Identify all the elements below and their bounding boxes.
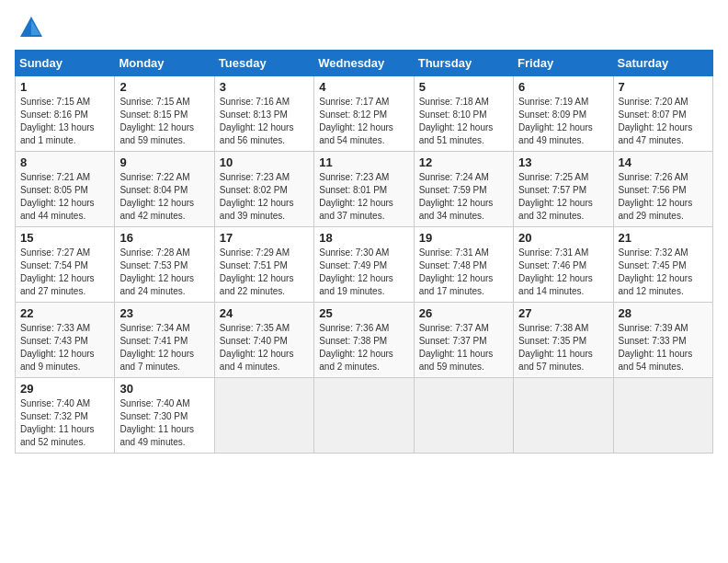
day-info: Sunrise: 7:15 AM Sunset: 8:15 PM Dayligh… [119,96,209,147]
day-info: Sunrise: 7:37 AM Sunset: 7:37 PM Dayligh… [419,322,508,373]
day-info: Sunrise: 7:16 AM Sunset: 8:13 PM Dayligh… [220,96,309,147]
day-number: 29 [20,382,109,396]
calendar-cell: 7Sunrise: 7:20 AM Sunset: 8:07 PM Daylig… [613,76,712,152]
day-info: Sunrise: 7:17 AM Sunset: 8:12 PM Dayligh… [319,96,408,147]
calendar-cell: 6Sunrise: 7:19 AM Sunset: 8:09 PM Daylig… [514,76,613,152]
calendar-cell: 13Sunrise: 7:25 AM Sunset: 7:57 PM Dayli… [514,152,613,227]
calendar-cell: 5Sunrise: 7:18 AM Sunset: 8:10 PM Daylig… [414,76,513,152]
calendar-cell: 16Sunrise: 7:28 AM Sunset: 7:53 PM Dayli… [115,227,214,303]
calendar-cell: 30Sunrise: 7:40 AM Sunset: 7:30 PM Dayli… [115,378,214,454]
day-number: 21 [619,231,708,245]
day-info: Sunrise: 7:31 AM Sunset: 7:48 PM Dayligh… [419,247,508,298]
day-info: Sunrise: 7:21 AM Sunset: 8:05 PM Dayligh… [20,171,109,223]
day-info: Sunrise: 7:22 AM Sunset: 8:04 PM Dayligh… [119,171,209,223]
day-number: 5 [419,80,508,94]
day-number: 27 [518,306,608,320]
calendar-cell: 18Sunrise: 7:30 AM Sunset: 7:49 PM Dayli… [314,227,414,303]
calendar-cell: 27Sunrise: 7:38 AM Sunset: 7:35 PM Dayli… [514,303,613,378]
day-info: Sunrise: 7:25 AM Sunset: 7:57 PM Dayligh… [518,171,608,223]
calendar-cell: 21Sunrise: 7:32 AM Sunset: 7:45 PM Dayli… [613,227,712,303]
week-row-1: 1Sunrise: 7:15 AM Sunset: 8:16 PM Daylig… [16,76,713,152]
day-number: 11 [319,155,408,169]
calendar-cell: 26Sunrise: 7:37 AM Sunset: 7:37 PM Dayli… [414,303,513,378]
day-info: Sunrise: 7:36 AM Sunset: 7:38 PM Dayligh… [319,322,408,373]
weekday-header-monday: Monday [115,51,214,76]
day-info: Sunrise: 7:27 AM Sunset: 7:54 PM Dayligh… [20,247,109,298]
day-number: 23 [119,306,209,320]
calendar-cell: 25Sunrise: 7:36 AM Sunset: 7:38 PM Dayli… [314,303,414,378]
calendar-table: SundayMondayTuesdayWednesdayThursdayFrid… [15,50,713,454]
day-number: 24 [220,306,309,320]
day-info: Sunrise: 7:40 AM Sunset: 7:30 PM Dayligh… [119,397,209,449]
day-number: 13 [518,155,608,169]
weekday-header-tuesday: Tuesday [214,51,313,76]
calendar-cell: 17Sunrise: 7:29 AM Sunset: 7:51 PM Dayli… [214,227,313,303]
day-info: Sunrise: 7:29 AM Sunset: 7:51 PM Dayligh… [220,247,309,298]
day-info: Sunrise: 7:30 AM Sunset: 7:49 PM Dayligh… [319,247,408,298]
day-number: 20 [518,231,608,245]
calendar-cell: 9Sunrise: 7:22 AM Sunset: 8:04 PM Daylig… [115,152,214,227]
day-number: 22 [20,306,109,320]
day-info: Sunrise: 7:34 AM Sunset: 7:41 PM Dayligh… [119,322,209,373]
day-info: Sunrise: 7:33 AM Sunset: 7:43 PM Dayligh… [20,322,109,373]
day-number: 1 [20,80,109,94]
day-number: 17 [220,231,309,245]
day-number: 9 [119,155,209,169]
calendar-cell: 8Sunrise: 7:21 AM Sunset: 8:05 PM Daylig… [16,152,115,227]
day-info: Sunrise: 7:23 AM Sunset: 8:02 PM Dayligh… [220,171,309,223]
day-info: Sunrise: 7:18 AM Sunset: 8:10 PM Dayligh… [419,96,508,147]
calendar-cell [613,378,712,454]
day-number: 28 [619,306,708,320]
day-info: Sunrise: 7:20 AM Sunset: 8:07 PM Dayligh… [619,96,708,147]
day-number: 30 [119,382,209,396]
calendar-cell: 20Sunrise: 7:31 AM Sunset: 7:46 PM Dayli… [514,227,613,303]
weekday-header-row: SundayMondayTuesdayWednesdayThursdayFrid… [16,51,713,76]
day-number: 10 [220,155,309,169]
day-info: Sunrise: 7:26 AM Sunset: 7:56 PM Dayligh… [619,171,708,223]
calendar-cell: 12Sunrise: 7:24 AM Sunset: 7:59 PM Dayli… [414,152,513,227]
day-info: Sunrise: 7:28 AM Sunset: 7:53 PM Dayligh… [119,247,209,298]
calendar-cell: 2Sunrise: 7:15 AM Sunset: 8:15 PM Daylig… [115,76,214,152]
day-number: 18 [319,231,408,245]
day-number: 4 [319,80,408,94]
calendar-cell: 29Sunrise: 7:40 AM Sunset: 7:32 PM Dayli… [16,378,115,454]
calendar-cell: 3Sunrise: 7:16 AM Sunset: 8:13 PM Daylig… [214,76,313,152]
calendar-cell: 11Sunrise: 7:23 AM Sunset: 8:01 PM Dayli… [314,152,414,227]
calendar-cell: 1Sunrise: 7:15 AM Sunset: 8:16 PM Daylig… [16,76,115,152]
week-row-5: 29Sunrise: 7:40 AM Sunset: 7:32 PM Dayli… [16,378,713,454]
day-number: 12 [419,155,508,169]
calendar-cell: 4Sunrise: 7:17 AM Sunset: 8:12 PM Daylig… [314,76,414,152]
calendar-cell: 15Sunrise: 7:27 AM Sunset: 7:54 PM Dayli… [16,227,115,303]
day-info: Sunrise: 7:15 AM Sunset: 8:16 PM Dayligh… [20,96,109,147]
calendar-cell: 10Sunrise: 7:23 AM Sunset: 8:02 PM Dayli… [214,152,313,227]
calendar-cell: 22Sunrise: 7:33 AM Sunset: 7:43 PM Dayli… [16,303,115,378]
calendar-cell: 23Sunrise: 7:34 AM Sunset: 7:41 PM Dayli… [115,303,214,378]
week-row-2: 8Sunrise: 7:21 AM Sunset: 8:05 PM Daylig… [16,152,713,227]
day-number: 19 [419,231,508,245]
calendar-cell [214,378,313,454]
calendar-cell [314,378,414,454]
week-row-3: 15Sunrise: 7:27 AM Sunset: 7:54 PM Dayli… [16,227,713,303]
weekday-header-sunday: Sunday [16,51,115,76]
logo [15,15,44,40]
week-row-4: 22Sunrise: 7:33 AM Sunset: 7:43 PM Dayli… [16,303,713,378]
day-number: 8 [20,155,109,169]
day-number: 7 [619,80,708,94]
calendar-cell: 24Sunrise: 7:35 AM Sunset: 7:40 PM Dayli… [214,303,313,378]
day-info: Sunrise: 7:19 AM Sunset: 8:09 PM Dayligh… [518,96,608,147]
day-number: 14 [619,155,708,169]
weekday-header-wednesday: Wednesday [314,51,414,76]
header [15,15,713,40]
day-number: 6 [518,80,608,94]
day-number: 16 [119,231,209,245]
weekday-header-friday: Friday [514,51,613,76]
calendar-cell [414,378,513,454]
day-info: Sunrise: 7:38 AM Sunset: 7:35 PM Dayligh… [518,322,608,373]
day-info: Sunrise: 7:32 AM Sunset: 7:45 PM Dayligh… [619,247,708,298]
day-info: Sunrise: 7:24 AM Sunset: 7:59 PM Dayligh… [419,171,508,223]
calendar-cell: 14Sunrise: 7:26 AM Sunset: 7:56 PM Dayli… [613,152,712,227]
calendar-cell [514,378,613,454]
weekday-header-thursday: Thursday [414,51,513,76]
calendar-cell: 19Sunrise: 7:31 AM Sunset: 7:48 PM Dayli… [414,227,513,303]
day-number: 15 [20,231,109,245]
